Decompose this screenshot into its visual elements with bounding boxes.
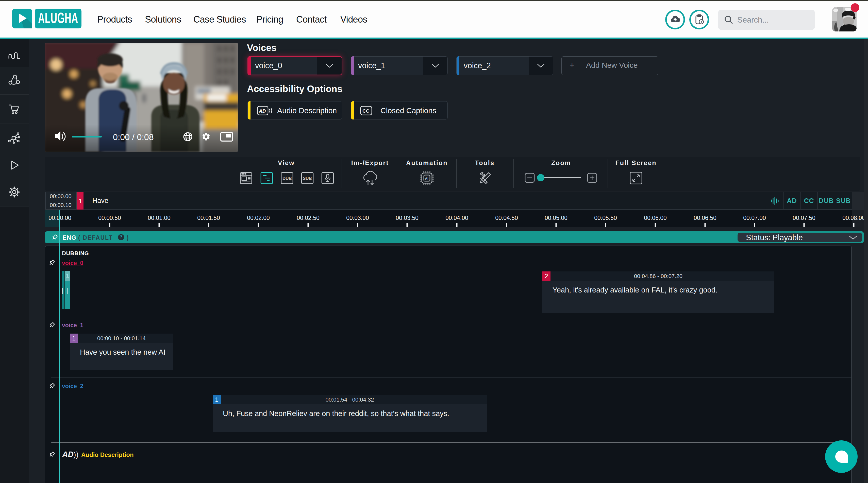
svg-text:SUB: SUB (303, 176, 312, 181)
svg-text:AD: AD (259, 108, 266, 114)
svg-text:0:00 / 0:08: 0:00 / 0:08 (113, 132, 154, 142)
svg-text:DUB: DUB (282, 176, 292, 181)
svg-text:AI: AI (425, 176, 428, 181)
svg-text:CC: CC (363, 108, 370, 114)
